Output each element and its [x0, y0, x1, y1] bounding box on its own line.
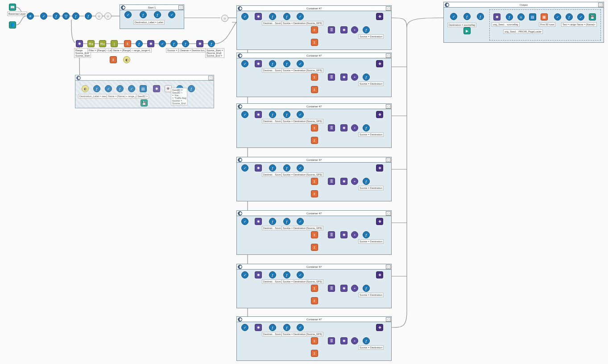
summarize-tool[interactable]: Σ: [311, 39, 318, 46]
multi-field-tool[interactable]: ✱: [255, 271, 262, 278]
multi-field-tool[interactable]: ✱: [255, 164, 262, 172]
select-tool[interactable]: ✓: [241, 164, 248, 172]
tile-tool[interactable]: ▤: [529, 13, 536, 20]
container-control-tool[interactable]: ○: [104, 12, 112, 20]
formula-tool[interactable]: ƒ: [283, 324, 290, 331]
container-start1[interactable]: Start 1 ▢ ✓ƒƒ✓ Destination_Label = Label: [120, 4, 184, 29]
container-47-4[interactable]: Container 47▢✓✱ƒƒ✓❖Σ≣✱+ƒΣDestinat... Sou…: [236, 157, 392, 201]
append-fields-tool[interactable]: +: [351, 74, 358, 81]
container-collapse-icon[interactable]: [76, 76, 81, 80]
dynamic-rename-tool[interactable]: ❖: [376, 60, 383, 67]
container-47-3[interactable]: Container 47▢✓✱ƒƒ✓❖Σ≣✱+ƒΣDestinat... Sou…: [236, 103, 392, 148]
container-collapse-icon[interactable]: [121, 5, 125, 10]
container-toggle-icon[interactable]: ▢: [386, 158, 391, 162]
summarize-tool[interactable]: Σ: [311, 337, 318, 344]
container-titlebar[interactable]: Container 47▢: [237, 6, 391, 11]
container-toggle-icon[interactable]: ▢: [598, 3, 603, 7]
append-fields-tool[interactable]: +: [351, 337, 358, 344]
formula-tool[interactable]: ƒ: [477, 13, 484, 20]
container-collapse-icon[interactable]: [238, 104, 242, 109]
formula-tool[interactable]: ƒ: [363, 285, 370, 292]
select-tool[interactable]: ✓: [297, 164, 304, 172]
container-collapse-icon[interactable]: [238, 211, 242, 216]
container-disabled[interactable]: ▢ ◐ƒ✓ƒ✓▤✱👁✓ƒ💾 Destination_Label = seed N…: [75, 75, 214, 108]
container-47-7[interactable]: Container 47▢✓✱ƒƒ✓❖Σ≣✱+ƒΣDestinat... Sou…: [236, 316, 392, 361]
summarize-tool[interactable]: Σ: [311, 124, 318, 131]
formula-tool[interactable]: ƒ: [269, 324, 276, 331]
multi-field-tool[interactable]: ✱: [196, 40, 203, 47]
dynamic-rename-tool[interactable]: ❖: [376, 218, 383, 225]
container-titlebar[interactable]: Start 1 ▢: [120, 5, 184, 10]
select-tool[interactable]: ✓: [297, 218, 304, 225]
container-toggle-icon[interactable]: ▢: [386, 53, 391, 58]
container-titlebar[interactable]: Container 47▢: [237, 157, 391, 163]
formula-tool[interactable]: ƒ: [363, 74, 370, 81]
multi-row-formula-tool[interactable]: ≣: [328, 231, 335, 238]
multi-field-tool[interactable]: ✱: [76, 40, 83, 47]
select-tool[interactable]: ✓: [297, 60, 304, 67]
regex-tool[interactable]: Rx: [99, 40, 106, 47]
formula-tool[interactable]: ƒ: [140, 11, 147, 18]
formula-tool[interactable]: ƒ: [283, 60, 290, 67]
container-toggle-icon[interactable]: ▢: [178, 5, 183, 10]
select-tool[interactable]: ✓: [241, 324, 248, 331]
formula-tool[interactable]: ƒ: [463, 13, 471, 20]
dynamic-rename-tool[interactable]: ❖: [376, 164, 383, 172]
output-data-tool[interactable]: 💾: [141, 99, 148, 106]
formula-tool[interactable]: ƒ: [566, 13, 573, 20]
container-collapse-icon[interactable]: [238, 317, 242, 322]
macro-input-tool[interactable]: 📘: [9, 21, 16, 29]
crosstab-tool[interactable]: ▦: [541, 13, 548, 20]
dynamic-rename-tool[interactable]: ❖: [376, 13, 383, 20]
multi-field-tool[interactable]: ✱: [340, 26, 347, 33]
formula-tool[interactable]: ƒ: [283, 111, 290, 118]
summarize-tool[interactable]: Σ: [311, 190, 318, 197]
select-tool[interactable]: ✓: [554, 13, 561, 20]
select-tool[interactable]: ✓: [297, 13, 304, 20]
container-toggle-icon[interactable]: ▢: [386, 104, 391, 109]
select-tool[interactable]: ✓: [105, 85, 112, 92]
formula-tool[interactable]: ƒ: [136, 40, 143, 47]
container-control-tool[interactable]: ○: [95, 12, 103, 20]
formula-tool[interactable]: ƒ: [72, 12, 79, 20]
container-collapse-icon[interactable]: [238, 53, 242, 58]
dynamic-rename-tool[interactable]: ❖: [376, 111, 383, 118]
container-toggle-icon[interactable]: ▢: [208, 76, 213, 80]
container-47-1[interactable]: Container 47▢✓✱ƒƒ✓❖Σ≣✱+ƒΣDestinat... Sou…: [236, 5, 392, 50]
formula-tool[interactable]: ƒ: [363, 337, 370, 344]
formula-tool[interactable]: ƒ: [506, 13, 513, 20]
formula-tool[interactable]: ƒ: [269, 60, 276, 67]
container-titlebar[interactable]: Container 47▢: [237, 104, 391, 109]
multi-row-formula-tool[interactable]: ≣: [328, 124, 335, 131]
summarize-tool[interactable]: Σ: [311, 297, 318, 304]
formula-tool[interactable]: ƒ: [116, 85, 124, 92]
multi-row-formula-tool[interactable]: ≣: [328, 178, 335, 185]
formula-tool[interactable]: ƒ: [283, 13, 290, 20]
select-tool[interactable]: ✓: [577, 13, 584, 20]
formula-tool[interactable]: ƒ: [53, 12, 60, 20]
multi-field-tool[interactable]: ✱: [340, 337, 347, 344]
container-collapse-icon[interactable]: [445, 3, 449, 7]
multi-row-formula-tool[interactable]: ≣: [328, 26, 335, 33]
append-fields-tool[interactable]: +: [351, 26, 358, 33]
multi-field-tool[interactable]: ✱: [340, 285, 347, 292]
dynamic-rename-tool[interactable]: ❖: [376, 271, 383, 278]
container-titlebar[interactable]: Container 47▢: [237, 211, 391, 216]
formula-tool[interactable]: ƒ: [269, 218, 276, 225]
summarize-tool[interactable]: Σ: [311, 74, 318, 81]
container-titlebar[interactable]: Output ▢: [444, 2, 604, 8]
multi-field-tool[interactable]: ✱: [255, 60, 262, 67]
regex-tool[interactable]: Rx: [87, 40, 95, 47]
multi-field-tool[interactable]: ✱: [147, 40, 154, 47]
formula-tool[interactable]: ƒ: [188, 85, 195, 92]
summarize-tool[interactable]: Σ: [311, 231, 318, 238]
multi-field-tool[interactable]: ✱: [493, 13, 500, 20]
union-tool[interactable]: ∪: [517, 13, 525, 20]
select-tool[interactable]: ✓: [128, 85, 135, 92]
multi-field-tool[interactable]: ✱: [340, 178, 347, 185]
multi-field-tool[interactable]: ✱: [255, 324, 262, 331]
input-data-tool[interactable]: 📖: [9, 4, 16, 11]
formula-tool[interactable]: ƒ: [363, 231, 370, 238]
multi-row-formula-tool[interactable]: ≣: [328, 74, 335, 81]
formula-tool[interactable]: ƒ: [182, 40, 189, 47]
